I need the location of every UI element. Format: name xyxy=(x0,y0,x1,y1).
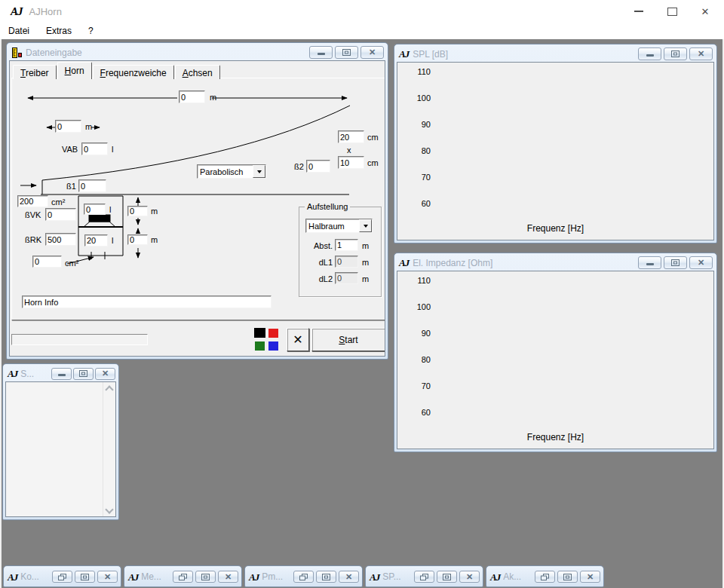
start-button[interactable]: Start xyxy=(311,328,385,351)
offset-top-field[interactable] xyxy=(127,206,148,216)
b2-field[interactable] xyxy=(306,160,330,173)
mouth-height-field[interactable] xyxy=(338,156,364,169)
y-tick: 110 xyxy=(397,67,431,76)
dl1-field xyxy=(335,256,358,268)
minimized-title: Ak... xyxy=(503,571,532,582)
restore-icon[interactable] xyxy=(293,571,314,583)
close-icon[interactable]: ✕ xyxy=(339,571,359,583)
restore-icon[interactable] xyxy=(414,571,434,583)
vvk-field[interactable] xyxy=(84,204,106,215)
throat-area-field[interactable] xyxy=(17,195,48,207)
vrk-field[interactable] xyxy=(84,234,108,247)
bvk-field[interactable] xyxy=(45,208,76,221)
close-icon[interactable]: ✕ xyxy=(95,368,115,380)
chevron-down-icon[interactable] xyxy=(359,219,372,232)
minimize-icon[interactable] xyxy=(309,46,333,59)
close-icon[interactable]: ✕ xyxy=(580,571,600,583)
tab-achsen[interactable]: Achsen xyxy=(175,65,220,79)
plot-color-green xyxy=(255,341,265,351)
minimize-icon[interactable] xyxy=(638,256,661,269)
minimized-titlebar[interactable]: AJ Pm... ✕ xyxy=(245,566,362,586)
restore-icon[interactable] xyxy=(52,571,72,583)
impedanz-titlebar[interactable]: AJ El. Impedanz [Ohm] ✕ xyxy=(394,253,716,271)
driver-icon xyxy=(84,215,115,227)
main-titlebar: AJ AJHorn ✕ xyxy=(0,0,724,23)
unit-label: m xyxy=(151,207,158,216)
b1-field[interactable] xyxy=(78,179,106,192)
mouth-x-label: x xyxy=(347,145,351,155)
minimized-window-ak: AJ Ak... ✕ xyxy=(486,565,604,587)
front-length-field[interactable] xyxy=(55,120,81,133)
maximize-icon[interactable] xyxy=(557,571,578,583)
contour-select[interactable]: Parabolisch xyxy=(197,164,266,179)
y-tick: 70 xyxy=(397,173,431,182)
tab-frequenzweiche[interactable]: Frequenzweiche xyxy=(93,65,174,79)
minimize-icon[interactable] xyxy=(51,368,72,380)
minimize-icon[interactable] xyxy=(638,47,661,60)
menu-datei[interactable]: Datei xyxy=(0,23,38,38)
y-tick: 100 xyxy=(397,302,431,311)
tab-horn[interactable]: Horn xyxy=(57,62,92,79)
vertical-scrollbar[interactable] xyxy=(103,382,115,516)
mouth-width-field[interactable] xyxy=(338,130,364,143)
cancel-button[interactable]: ✕ xyxy=(287,328,309,351)
maximize-icon[interactable] xyxy=(437,571,457,583)
spl-titlebar[interactable]: AJ SPL [dB] ✕ xyxy=(394,44,716,63)
y-tick: 100 xyxy=(397,93,431,103)
close-icon[interactable]: ✕ xyxy=(700,6,710,17)
minimized-title: SP... xyxy=(382,571,411,582)
total-length-field[interactable] xyxy=(179,90,205,103)
minimized-title: Pm... xyxy=(262,571,290,582)
aj-icon: AJ xyxy=(249,572,259,582)
tab-treiber[interactable]: Treiber xyxy=(13,65,57,79)
restore-icon[interactable] xyxy=(664,256,687,269)
close-icon[interactable]: ✕ xyxy=(360,46,384,59)
vab-field[interactable] xyxy=(81,142,108,155)
menu-help[interactable]: ? xyxy=(80,23,102,38)
maximize-icon[interactable] xyxy=(195,571,216,583)
dateneingabe-titlebar[interactable]: Dateneingabe ✕ xyxy=(7,43,388,61)
brk-label: ßRK xyxy=(25,235,41,244)
scroll-up-icon[interactable] xyxy=(103,382,115,394)
minimized-titlebar[interactable]: AJ Ko... ✕ xyxy=(4,566,121,586)
y-tick: 80 xyxy=(397,146,431,155)
restore-icon[interactable] xyxy=(173,571,193,583)
brk-field[interactable] xyxy=(45,233,76,246)
offset-bottom-field[interactable] xyxy=(127,234,148,245)
aufstellung-value: Halbraum xyxy=(306,222,359,231)
minimize-icon[interactable] xyxy=(634,6,644,17)
port-area-field[interactable] xyxy=(32,256,62,268)
y-tick: 70 xyxy=(397,381,431,390)
spl-chart-area: 110 100 90 80 70 60 Frequenz [Hz] xyxy=(397,62,714,240)
unit-label: m xyxy=(362,274,369,283)
aufstellung-select[interactable]: Halbraum xyxy=(305,219,373,233)
s-titlebar[interactable]: AJ S... ✕ xyxy=(3,364,118,382)
restore-icon[interactable] xyxy=(535,571,555,583)
close-icon[interactable]: ✕ xyxy=(97,571,118,583)
minimized-titlebar[interactable]: AJ SP... ✕ xyxy=(366,566,483,586)
menu-extras[interactable]: Extras xyxy=(38,23,80,38)
restore-icon[interactable] xyxy=(335,46,358,59)
maximize-icon[interactable] xyxy=(75,571,95,583)
close-icon[interactable]: ✕ xyxy=(459,571,480,583)
y-tick: 60 xyxy=(397,408,431,417)
minimized-titlebar[interactable]: AJ Ak... ✕ xyxy=(486,566,603,586)
x-axis-label: Frequenz [Hz] xyxy=(397,432,713,443)
window-s: AJ S... ✕ xyxy=(2,363,119,520)
restore-icon[interactable] xyxy=(664,47,687,60)
close-icon[interactable]: ✕ xyxy=(689,256,713,269)
scroll-down-icon[interactable] xyxy=(103,504,115,516)
maximize-icon[interactable] xyxy=(316,571,336,583)
abst-field[interactable] xyxy=(335,239,358,251)
maximize-icon[interactable] xyxy=(667,6,677,17)
y-tick: 90 xyxy=(397,120,431,129)
progress-bar xyxy=(11,334,148,345)
close-icon[interactable]: ✕ xyxy=(689,47,713,60)
minimized-titlebar[interactable]: AJ Me... ✕ xyxy=(124,566,241,586)
restore-icon[interactable] xyxy=(73,368,94,380)
chevron-down-icon[interactable] xyxy=(253,165,265,178)
horn-info-field[interactable] xyxy=(22,296,272,308)
x-axis-label: Frequenz [Hz] xyxy=(397,223,713,234)
y-tick: 80 xyxy=(397,355,431,364)
close-icon[interactable]: ✕ xyxy=(218,571,238,583)
